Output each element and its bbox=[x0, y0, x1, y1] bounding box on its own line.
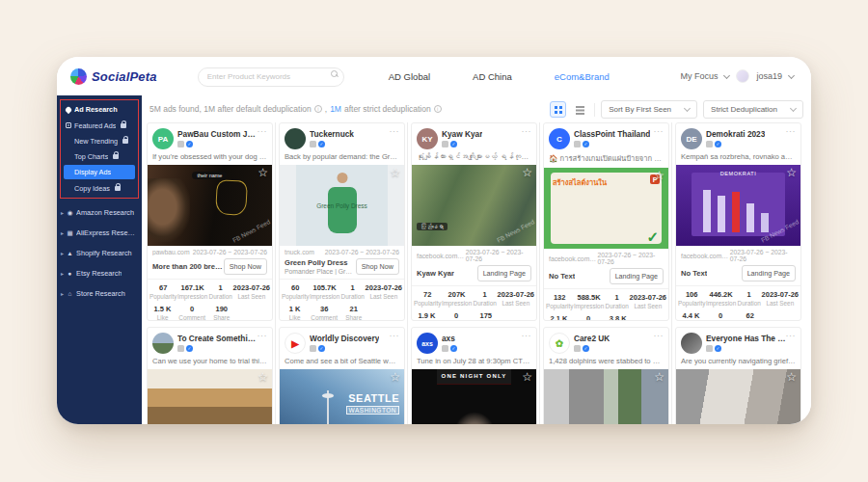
ad-image[interactable]: ONE NIGHT ONLY bbox=[412, 369, 536, 424]
ad-image[interactable]: their nameFB News Feed bbox=[148, 165, 272, 246]
sidebar-item-copy-ideas[interactable]: Copy Ideas bbox=[62, 180, 137, 196]
card-menu-button[interactable] bbox=[522, 126, 532, 136]
sidebar-item-new-trending[interactable]: New Trending bbox=[62, 133, 137, 148]
card-menu-button[interactable] bbox=[654, 126, 665, 136]
ad-domain[interactable]: facebook.com/11... bbox=[549, 255, 597, 262]
sidebar-item-shopify-research[interactable]: ▸ ▲ Shopify Research bbox=[57, 243, 142, 263]
advertiser-avatar[interactable]: C bbox=[549, 128, 570, 149]
ad-image[interactable] bbox=[544, 369, 668, 424]
nav-ad-china[interactable]: AD China bbox=[473, 71, 512, 82]
sidebar-item-featured-ads[interactable]: Featured Ads bbox=[62, 118, 137, 133]
ad-card[interactable]: To Create Something Exceptio... Can we u… bbox=[147, 327, 273, 424]
ad-image[interactable] bbox=[148, 369, 272, 424]
deduplication-dropdown[interactable]: Strict Deduplication bbox=[703, 100, 803, 119]
favorite-star-icon[interactable] bbox=[654, 170, 665, 181]
my-focus-dropdown[interactable]: My Focus bbox=[680, 71, 718, 81]
search-icon[interactable] bbox=[331, 70, 338, 77]
ad-image[interactable]: DEMOKRATIFB News Feed bbox=[676, 165, 800, 246]
ad-image[interactable] bbox=[676, 369, 800, 424]
list-view-toggle[interactable] bbox=[572, 101, 588, 118]
advertiser-name[interactable]: PawBau Custom Jewelry bbox=[177, 129, 258, 139]
advertiser-name[interactable]: Care2 UK bbox=[574, 334, 610, 343]
ad-card[interactable]: C ClassPoint Thailand 🏠 การสร้างเกมเปิดแ… bbox=[543, 122, 669, 321]
ad-domain[interactable]: tnuck.com bbox=[285, 249, 314, 255]
ad-card[interactable]: Everyone Has The Freedom To... Are you c… bbox=[675, 327, 801, 424]
search-input[interactable] bbox=[198, 67, 344, 87]
card-menu-button[interactable] bbox=[522, 331, 532, 340]
card-menu-button[interactable] bbox=[390, 331, 400, 340]
advertiser-avatar[interactable]: ✿ bbox=[549, 333, 570, 354]
sidebar-item-etsy-research[interactable]: ▸ ● Etsy Research bbox=[57, 263, 142, 283]
advertiser-name[interactable]: Demokrati 2023 bbox=[706, 129, 765, 139]
ad-card[interactable]: PA PawBau Custom Jewelry If you're obses… bbox=[147, 122, 273, 321]
ad-image[interactable]: สร้างสไลด์งานในP✓ bbox=[544, 168, 668, 249]
advertiser-name[interactable]: Everyone Has The Freedom To... bbox=[706, 334, 787, 343]
advertiser-avatar[interactable]: ▶ bbox=[285, 333, 306, 354]
info-icon[interactable] bbox=[314, 105, 322, 113]
favorite-star-icon[interactable] bbox=[390, 167, 400, 178]
advertiser-avatar[interactable] bbox=[152, 333, 174, 354]
info-icon[interactable] bbox=[434, 105, 442, 113]
card-menu-button[interactable] bbox=[786, 126, 797, 136]
favorite-star-icon[interactable] bbox=[522, 371, 532, 383]
ad-domain[interactable]: facebook.com/10... bbox=[681, 253, 730, 259]
ad-image[interactable]: ပြည်နေရာFB News Feed bbox=[412, 165, 536, 246]
sidebar-item-aliexpress-research[interactable]: ▸ ▦ AliExpress Research bbox=[57, 223, 142, 243]
advertiser-name[interactable]: ClassPoint Thailand bbox=[574, 129, 650, 139]
sidebar-item-display-ads[interactable]: Display Ads bbox=[64, 165, 135, 179]
ad-domain[interactable]: facebook.com/10... bbox=[417, 253, 466, 259]
user-avatar[interactable] bbox=[736, 69, 749, 83]
favorite-star-icon[interactable] bbox=[390, 371, 400, 383]
advertiser-avatar[interactable] bbox=[681, 333, 702, 354]
advertiser-name[interactable]: Kyaw Kyar bbox=[442, 129, 482, 139]
card-menu-button[interactable] bbox=[258, 126, 268, 136]
advertiser-avatar[interactable]: axs bbox=[417, 333, 438, 354]
cta-button[interactable]: Landing Page bbox=[610, 268, 664, 284]
favorite-star-icon[interactable] bbox=[786, 167, 797, 178]
nav-ecom-brand[interactable]: eCom&Brand bbox=[555, 71, 610, 82]
ad-card[interactable]: ▶ Worldly Discovery Come and see a bit o… bbox=[279, 327, 405, 424]
ad-card[interactable]: KY Kyaw Kyar ရုံးချိန်ထားရှင်အကျိုးများမ… bbox=[411, 122, 537, 321]
card-menu-button[interactable] bbox=[786, 331, 797, 340]
ad-image[interactable]: SEATTLEWASHINGTON bbox=[280, 369, 404, 424]
ad-card[interactable]: axs axs Tune in on July 28 at 9:30pm CT … bbox=[411, 327, 537, 424]
advertiser-name[interactable]: To Create Something Exceptio... bbox=[177, 334, 258, 343]
favorite-star-icon[interactable] bbox=[258, 371, 268, 383]
sidebar-item-top-charts[interactable]: Top Charts bbox=[62, 148, 137, 164]
favorite-star-icon[interactable] bbox=[258, 167, 268, 178]
sidebar-item-store-research[interactable]: ▸ ⌂ Store Research bbox=[57, 283, 142, 304]
favorite-star-icon[interactable] bbox=[786, 371, 797, 383]
caret-right-icon: ▸ bbox=[61, 250, 64, 256]
cta-button[interactable]: Landing Page bbox=[742, 265, 796, 281]
sort-by-dropdown[interactable]: Sort By First Seen bbox=[601, 100, 697, 119]
ad-domain[interactable]: pawbau.com bbox=[152, 249, 190, 255]
advertiser-avatar[interactable]: DE bbox=[681, 128, 702, 149]
lock-icon bbox=[115, 186, 121, 191]
grid-view-toggle[interactable] bbox=[550, 101, 566, 118]
cta-button[interactable]: Landing Page bbox=[477, 265, 531, 281]
sidebar-item-amazon-research[interactable]: ▸ ◉ Amazon Research bbox=[57, 202, 142, 223]
username-dropdown[interactable]: josa19 bbox=[756, 71, 782, 81]
ad-card[interactable]: DE Demokrati 2023 Kempaň sa rozbreha, ro… bbox=[675, 122, 801, 321]
favorite-star-icon[interactable] bbox=[522, 167, 532, 178]
sidebar-item-ad-research[interactable]: Ad Research bbox=[62, 101, 137, 118]
card-menu-button[interactable] bbox=[258, 331, 268, 340]
advertiser-avatar[interactable]: KY bbox=[417, 128, 438, 149]
advertiser-avatar[interactable] bbox=[285, 128, 306, 149]
ad-card[interactable]: ✿ Care2 UK 1,428 dolphins were stabbed t… bbox=[543, 327, 669, 424]
favorite-star-icon[interactable] bbox=[654, 371, 665, 383]
advertiser-name[interactable]: Tuckernuck bbox=[310, 129, 354, 139]
advertiser-name[interactable]: axs bbox=[442, 334, 457, 343]
card-menu-button[interactable] bbox=[654, 331, 665, 340]
ad-image[interactable]: Green Polly Dress bbox=[280, 165, 404, 246]
advertiser-avatar[interactable]: PA bbox=[152, 128, 174, 149]
nav-ad-global[interactable]: AD Global bbox=[389, 71, 430, 82]
lock-icon bbox=[122, 139, 128, 144]
cta-button[interactable]: Shop Now bbox=[224, 258, 267, 275]
results-strict-count[interactable]: 1M bbox=[330, 104, 341, 114]
ad-card[interactable]: Tuckernuck Back by popular demand: the G… bbox=[279, 122, 405, 321]
socialpeta-logo[interactable]: SocialPeta bbox=[70, 68, 157, 85]
card-menu-button[interactable] bbox=[390, 126, 400, 136]
advertiser-name[interactable]: Worldly Discovery bbox=[310, 334, 379, 343]
cta-button[interactable]: Shop Now bbox=[356, 258, 399, 275]
